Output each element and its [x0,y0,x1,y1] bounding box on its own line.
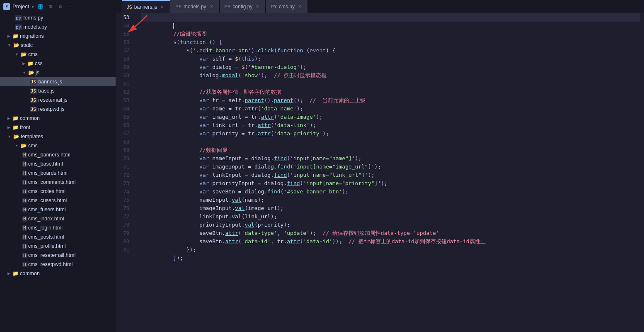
main-area: py forms.py py models.py ▶ 📁 migrations … [0,13,644,332]
tab-close-icon[interactable]: ✕ [297,4,303,10]
arrow-down-icon: ▼ [7,134,11,139]
tab-label: config.py [232,4,252,10]
sidebar-item-cms-boards-html[interactable]: H cms_boards.html [0,168,116,178]
code-line-53 [141,13,640,22]
sidebar-item-models-py[interactable]: py models.py [0,22,116,32]
sidebar-item-label: cms_profile.html [28,243,66,249]
code-line-55: $(function () { [141,30,640,38]
js-icon: JS [30,98,37,103]
sidebar-item-cms-comments-html[interactable]: H cms_comments.html [0,178,116,187]
arrow-right-icon: ▶ [7,271,10,276]
layout-icon[interactable]: ⊞ [46,3,54,10]
html-icon: H [22,161,27,167]
tab-close-icon[interactable]: ✕ [159,4,165,10]
arrow-right-icon: ▶ [22,61,25,66]
folder-icon: 📁 [12,33,19,39]
minimize-icon[interactable]: — [66,3,74,10]
code-area: 53 54 55 56 57 58 59 60 61 62 63 64 65 6… [116,13,644,332]
sidebar-item-templates[interactable]: ▼ 📂 templates [0,132,116,141]
tab-close-icon[interactable]: ✕ [254,4,260,10]
sidebar-item-label: cms_cusers.html [28,198,67,203]
js-icon: JS [30,107,37,112]
folder-icon: 📂 [21,51,27,57]
html-icon: H [22,225,27,231]
globe-icon[interactable]: 🌐 [36,3,44,10]
sidebar-item-resetemail-js[interactable]: JS resetemail.js [0,95,116,105]
line-num-55: 55 [116,30,133,38]
arrow-right-icon: ▶ [7,116,10,120]
settings-icon[interactable]: ⚙ [56,3,64,10]
sidebar-item-static-cms[interactable]: ▼ 📂 cms [0,50,116,59]
js-icon: JS [30,79,37,85]
line-num-74: 74 [116,188,133,196]
code-line-68: //数据回显 [141,138,640,146]
html-icon: H [22,171,27,176]
sidebar-item-label: cms_base.html [28,161,63,167]
sidebar-item-label: templates [21,134,43,139]
sidebar-item-cms-croles-html[interactable]: H cms_croles.html [0,187,116,196]
sidebar-item-label: cms_boards.html [28,170,68,176]
tab-cms-py[interactable]: PY cms.py ✕ [266,0,308,13]
folder-icon: 📂 [28,70,34,76]
folder-icon: 📁 [12,115,19,121]
sidebar-item-js[interactable]: ▼ 📂 js [0,68,116,77]
sidebar-item-label: cms_resetemail.html [28,252,76,258]
line-num-56: 56 [116,38,133,46]
sidebar-item-cms-resetpwd-html[interactable]: H cms_resetpwd.html [0,260,116,269]
sidebar: py forms.py py models.py ▶ 📁 migrations … [0,13,116,332]
html-icon: H [22,189,27,194]
arrow-right-icon: ▶ [7,125,10,129]
sidebar-item-label: cms_fusers.html [28,207,66,212]
tab-config-py[interactable]: PY config.py ✕ [220,0,266,13]
sidebar-item-css[interactable]: ▶ 📁 css [0,59,116,68]
sidebar-item-banners-js[interactable]: JS banners.js [0,77,116,86]
sidebar-item-migrations[interactable]: ▶ 📁 migrations [0,32,116,41]
tab-close-icon[interactable]: ✕ [208,4,214,10]
js-file-icon: JS [127,5,132,10]
code-editor[interactable]: 53 54 55 56 57 58 59 60 61 62 63 64 65 6… [116,13,644,332]
sidebar-item-common-bottom[interactable]: ▶ 📁 common [0,269,116,278]
sidebar-item-cms-resetemail-html[interactable]: H cms_resetemail.html [0,251,116,260]
line-num-57: 57 [116,46,133,55]
sidebar-item-cms-banners-html[interactable]: H cms_banners.html [0,150,116,159]
tab-banners-js[interactable]: JS banners.js ✕ [122,0,170,13]
sidebar-item-forms-py[interactable]: py forms.py [0,13,116,22]
line-num-64: 64 [116,105,133,113]
sidebar-item-cms-cusers-html[interactable]: H cms_cusers.html [0,196,116,205]
sidebar-item-cms-index-html[interactable]: H cms_index.html [0,214,116,223]
sidebar-item-resetpwd-js[interactable]: JS resetpwd.js [0,105,116,114]
sidebar-item-cms-login-html[interactable]: H cms_login.html [0,223,116,232]
html-icon: H [22,207,27,212]
html-icon: H [22,152,27,158]
sidebar-item-label: common [20,115,40,121]
sidebar-item-cms-fusers-html[interactable]: H cms_fusers.html [0,205,116,214]
folder-icon: 📁 [27,61,34,66]
sidebar-item-label: resetemail.js [38,97,67,103]
line-num-71: 71 [116,163,133,171]
sidebar-item-static[interactable]: ▼ 📂 static [0,41,116,50]
sidebar-item-cms-posts-html[interactable]: H cms_posts.html [0,232,116,242]
sidebar-item-templates-cms[interactable]: ▼ 📂 cms [0,141,116,150]
sidebar-item-base-js[interactable]: JS base.js [0,86,116,95]
py-file-icon: PY [225,4,231,9]
folder-icon: 📁 [12,271,19,276]
html-icon: H [22,234,27,240]
sidebar-item-front[interactable]: ▶ 📁 front [0,123,116,132]
py-file-icon: PY [175,4,182,9]
py-file-icon: PY [271,4,277,9]
line-num-66: 66 [116,121,133,129]
py-icon: py [15,15,22,21]
html-icon: H [22,253,27,258]
arrow-down-icon: ▼ [15,52,19,56]
sidebar-item-common[interactable]: ▶ 📁 common [0,114,116,123]
dollar: $ [173,39,177,45]
line-num-61: 61 [116,80,133,88]
line-num-72: 72 [116,171,133,179]
tab-models-py[interactable]: PY models.py ✕ [170,0,219,13]
code-content: //编辑轮播图 $(function () { $('.edit-banner-… [137,13,644,332]
py-icon: py [15,24,22,30]
sidebar-item-cms-base-html[interactable]: H cms_base.html [0,159,116,168]
sidebar-item-cms-profile-html[interactable]: H cms_profile.html [0,242,116,251]
tab-label: models.py [184,4,206,10]
js-icon: JS [30,88,37,94]
